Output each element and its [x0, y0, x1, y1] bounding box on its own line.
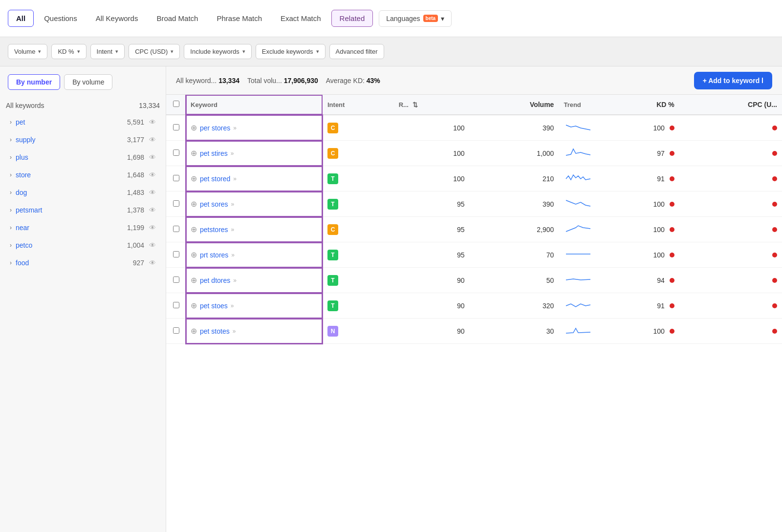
- languages-button[interactable]: Languages beta ▾: [379, 10, 452, 27]
- eye-icon[interactable]: 👁: [149, 241, 156, 249]
- keyword-cell: ⊕ pet stotes »: [186, 319, 323, 344]
- eye-icon[interactable]: 👁: [149, 206, 156, 214]
- keyword-link[interactable]: ⊕ pet stotes »: [191, 326, 318, 336]
- exclude-keywords-filter[interactable]: Exclude keywords ▾: [256, 44, 326, 59]
- header-kd: KD %: [598, 95, 679, 115]
- left-sidebar: By number By volume All keywords 13,334 …: [0, 66, 166, 532]
- eye-icon[interactable]: 👁: [149, 189, 156, 196]
- sidebar-item[interactable]: › plus 1,698 👁: [4, 149, 162, 166]
- add-keyword-icon[interactable]: ⊕: [191, 174, 197, 183]
- row-checkbox[interactable]: [173, 175, 179, 181]
- expand-keyword-icon[interactable]: »: [231, 150, 234, 157]
- tab-all-keywords[interactable]: All Keywords: [87, 10, 147, 27]
- intent-badge: C: [327, 123, 338, 133]
- row-checkbox[interactable]: [173, 251, 179, 257]
- sidebar-item[interactable]: › dog 1,483 👁: [4, 184, 162, 201]
- sidebar-item[interactable]: › store 1,648 👁: [4, 166, 162, 184]
- kd-filter[interactable]: KD % ▾: [51, 44, 86, 59]
- advanced-filter[interactable]: Advanced filter: [329, 44, 384, 59]
- add-to-keyword-list-button[interactable]: + Add to keyword l: [694, 72, 772, 89]
- row-checkbox[interactable]: [173, 277, 179, 283]
- eye-icon[interactable]: 👁: [149, 224, 156, 232]
- include-keywords-filter[interactable]: Include keywords ▾: [184, 44, 251, 59]
- eye-icon[interactable]: 👁: [149, 171, 156, 179]
- sidebar-item[interactable]: › near 1,199 👁: [4, 219, 162, 236]
- sidebar-keyword-name: store: [16, 171, 127, 179]
- row-checkbox-cell: [166, 242, 186, 268]
- tab-phrase-match[interactable]: Phrase Match: [208, 10, 270, 27]
- add-keyword-icon[interactable]: ⊕: [191, 276, 197, 285]
- add-keyword-icon[interactable]: ⊕: [191, 199, 197, 209]
- r-value-cell: 100: [394, 166, 470, 192]
- trend-sparkline: [564, 172, 593, 184]
- row-checkbox[interactable]: [173, 124, 179, 130]
- add-keyword-icon[interactable]: ⊕: [191, 301, 197, 310]
- intent-cell: T: [323, 242, 394, 268]
- sidebar-keyword-name: plus: [16, 153, 127, 161]
- keyword-link[interactable]: ⊕ prt stores »: [191, 250, 318, 259]
- keyword-link[interactable]: ⊕ pet stored »: [191, 174, 318, 183]
- expand-keyword-icon[interactable]: »: [231, 226, 235, 233]
- expand-keyword-icon[interactable]: »: [231, 302, 234, 309]
- expand-keyword-icon[interactable]: »: [231, 252, 235, 258]
- row-checkbox-cell: [166, 115, 186, 141]
- row-checkbox[interactable]: [173, 200, 179, 207]
- expand-keyword-icon[interactable]: »: [233, 277, 237, 284]
- add-keyword-icon[interactable]: ⊕: [191, 250, 197, 259]
- keyword-link[interactable]: ⊕ pet dtores »: [191, 276, 318, 285]
- sidebar-keyword-count: 927: [133, 259, 144, 267]
- r-value-cell: 95: [394, 242, 470, 268]
- tab-exact-match[interactable]: Exact Match: [272, 10, 329, 27]
- sort-icon[interactable]: ⇅: [413, 101, 418, 108]
- cpc-filter[interactable]: CPC (USD) ▾: [129, 44, 180, 59]
- intent-badge: T: [327, 250, 338, 260]
- volume-filter[interactable]: Volume ▾: [8, 44, 47, 59]
- select-all-checkbox[interactable]: [173, 101, 179, 107]
- r-value-cell: 90: [394, 268, 470, 293]
- sidebar-item[interactable]: › pet 5,591 👁: [4, 113, 162, 131]
- row-checkbox[interactable]: [173, 226, 179, 232]
- expand-keyword-icon[interactable]: »: [233, 175, 237, 182]
- add-keyword-icon[interactable]: ⊕: [191, 326, 197, 336]
- tab-all[interactable]: All: [8, 10, 34, 27]
- expand-keyword-icon[interactable]: »: [233, 328, 236, 335]
- add-keyword-icon[interactable]: ⊕: [191, 149, 197, 158]
- intent-badge: C: [327, 224, 338, 235]
- sidebar-item[interactable]: › supply 3,177 👁: [4, 131, 162, 149]
- eye-icon[interactable]: 👁: [149, 118, 156, 126]
- expand-keyword-icon[interactable]: »: [233, 125, 237, 131]
- cpc-cell: [679, 141, 782, 166]
- sidebar-keyword-name: supply: [16, 136, 127, 144]
- eye-icon[interactable]: 👁: [149, 153, 156, 161]
- sidebar-item[interactable]: › petsmart 1,378 👁: [4, 201, 162, 219]
- eye-icon[interactable]: 👁: [149, 136, 156, 144]
- chevron-down-icon: ▾: [115, 48, 118, 55]
- eye-icon[interactable]: 👁: [149, 259, 156, 267]
- row-checkbox[interactable]: [173, 302, 179, 308]
- sidebar-item[interactable]: › petco 1,004 👁: [4, 236, 162, 254]
- cpc-cell: [679, 166, 782, 192]
- tab-related[interactable]: Related: [331, 10, 373, 27]
- keyword-link[interactable]: ⊕ pet sores »: [191, 199, 318, 209]
- keyword-link[interactable]: ⊕ pet stires »: [191, 149, 318, 158]
- add-keyword-icon[interactable]: ⊕: [191, 225, 197, 234]
- keyword-link[interactable]: ⊕ pet stoes »: [191, 301, 318, 310]
- add-keyword-icon[interactable]: ⊕: [191, 123, 197, 132]
- keyword-table: Keyword Intent R... ⇅ Volume Trend KD % …: [166, 95, 782, 344]
- keyword-link[interactable]: ⊕ per stores »: [191, 123, 318, 132]
- intent-cell: C: [323, 115, 394, 141]
- sidebar-item[interactable]: › food 927 👁: [4, 254, 162, 272]
- row-checkbox[interactable]: [173, 149, 179, 156]
- tab-questions[interactable]: Questions: [36, 10, 86, 27]
- row-checkbox[interactable]: [173, 327, 179, 334]
- by-volume-button[interactable]: By volume: [64, 74, 112, 90]
- chevron-down-icon: ▾: [441, 15, 444, 22]
- volume-cell: 390: [470, 192, 559, 217]
- tab-broad-match[interactable]: Broad Match: [148, 10, 206, 27]
- intent-filter[interactable]: Intent ▾: [90, 44, 125, 59]
- keyword-link[interactable]: ⊕ petstores »: [191, 225, 318, 234]
- sidebar-keyword-list: › pet 5,591 👁 › supply 3,177 👁 › plus 1,…: [0, 113, 166, 272]
- trend-sparkline: [564, 299, 593, 311]
- by-number-button[interactable]: By number: [8, 74, 60, 90]
- expand-keyword-icon[interactable]: »: [231, 201, 235, 208]
